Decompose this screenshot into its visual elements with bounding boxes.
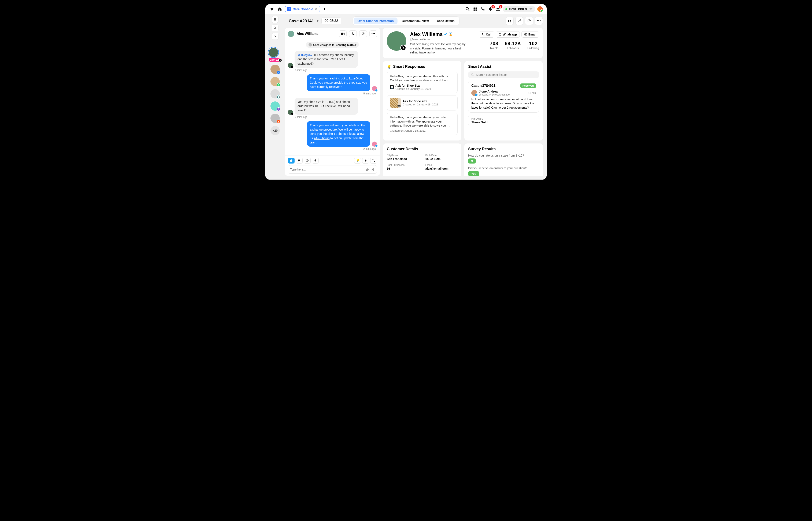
refresh-button[interactable]	[525, 17, 533, 25]
template-button[interactable]	[370, 167, 375, 172]
voice-call-button[interactable]	[349, 30, 357, 37]
message-timestamp: 2 mins ago	[295, 116, 377, 118]
notifications-button[interactable]: 8	[488, 6, 493, 12]
magic-button[interactable]	[515, 17, 523, 25]
team-button[interactable]: 8	[495, 6, 501, 12]
queue-item-1[interactable]: 𝕏 10m 32s	[269, 48, 281, 62]
tab-360[interactable]: Customer 360 View	[398, 18, 433, 24]
reddit-icon: ◉	[277, 119, 280, 123]
tab-omni[interactable]: Omni-Channel Interaction	[354, 18, 398, 24]
active-tab[interactable]: ♥ Care Console ✕	[285, 6, 320, 12]
svg-rect-18	[341, 33, 343, 35]
msg-avatar	[288, 63, 293, 68]
svg-rect-15	[510, 20, 511, 21]
expand-button[interactable]	[370, 158, 377, 163]
msg-avatar	[372, 86, 377, 91]
rail-expand-button[interactable]	[272, 33, 278, 40]
email-button[interactable]: Email	[521, 31, 539, 38]
rail-menu-button[interactable]	[272, 16, 278, 23]
team-badge: 8	[499, 5, 503, 8]
msg-avatar	[372, 141, 377, 146]
more-button[interactable]: •••	[535, 17, 543, 25]
svg-point-25	[499, 33, 501, 36]
response-item[interactable]: ▲ Ask for Shoe sizeCreated on January 18…	[387, 95, 457, 111]
search-button[interactable]	[465, 6, 470, 12]
user-avatar[interactable]	[537, 6, 543, 12]
chat-more-button[interactable]: •••	[369, 30, 377, 37]
message-bubble: Yes, my shoe size is 10 (US) and shoes I…	[295, 98, 358, 115]
sprout-button[interactable]	[362, 158, 369, 163]
subheader: Case #23141 ▾ 00:05:32 Omni-Channel Inte…	[285, 14, 547, 28]
message-row: Yes, my shoe size is 10 (US) and shoes I…	[288, 98, 377, 115]
related-case[interactable]: Case #3784921 Resolved Jione Andrea @jio…	[468, 81, 539, 113]
smart-responses-card: 💡Smart Responses Hello Alex, thank you f…	[383, 61, 462, 140]
channel-whatsapp-button[interactable]	[304, 158, 311, 163]
svg-marker-16	[510, 21, 511, 23]
svg-marker-19	[344, 33, 345, 35]
queue-item-5[interactable]: ✆	[271, 101, 280, 111]
twitter-icon	[375, 89, 378, 92]
assignee-avatar	[308, 43, 312, 46]
tab-case-details[interactable]: Case Details	[433, 18, 458, 24]
call-button[interactable]: Call	[479, 31, 494, 38]
whatsapp-icon: ✆	[277, 83, 280, 87]
wifi-icon	[529, 7, 533, 11]
message-timestamp: 5 mins ago	[288, 92, 376, 95]
image-icon: ▲	[398, 105, 401, 107]
queue-item-2[interactable]: f	[271, 65, 280, 74]
svg-rect-4	[473, 9, 475, 10]
assist-search-input[interactable]	[476, 73, 536, 76]
profile-name: Alex Williams ✔ 🏅	[410, 31, 475, 37]
rail-search-button[interactable]	[272, 24, 278, 31]
status-pill[interactable]: 15:34 PBK 3	[503, 6, 535, 12]
response-item[interactable]: Hello Alex, thank you for sharing your o…	[387, 113, 457, 135]
view-tabs: Omni-Channel Interaction Customer 360 Vi…	[353, 17, 460, 25]
case-title: Case #23141	[289, 19, 314, 23]
facebook-icon: f	[277, 71, 280, 74]
whatsapp-button[interactable]: Whatsapp	[496, 31, 520, 38]
svg-point-12	[274, 27, 276, 28]
svg-line-28	[473, 75, 474, 76]
svg-rect-2	[473, 7, 475, 9]
add-tab-button[interactable]: +	[323, 6, 326, 12]
assist-search[interactable]	[468, 71, 539, 78]
refresh-chat-button[interactable]	[359, 30, 367, 37]
message-input[interactable]	[290, 168, 365, 171]
profile-avatar: 𝕏	[387, 31, 406, 51]
attach-button[interactable]	[365, 167, 370, 172]
status-label: PBK 3	[518, 7, 527, 11]
channel-facebook-button[interactable]	[312, 158, 319, 163]
queue-more-button[interactable]: +20	[271, 126, 280, 135]
x-icon: 𝕏	[278, 58, 282, 62]
queue-item-6[interactable]: ◉	[271, 114, 280, 123]
composer: 💡	[285, 155, 380, 176]
assigned-pill: Case Assigned to Shivang Mathur	[306, 42, 359, 48]
queue-item-3[interactable]: ✆	[271, 77, 280, 86]
doc-icon: 📄	[390, 85, 394, 89]
phone-button[interactable]	[480, 6, 486, 12]
close-tab-icon[interactable]: ✕	[315, 7, 318, 11]
assigned-prefix: Case Assigned to	[313, 43, 335, 46]
assigned-to: Shivang Mathur	[336, 43, 357, 46]
case-timer: 00:05:32	[321, 18, 341, 24]
apps-button[interactable]	[472, 6, 478, 12]
chevron-down-icon[interactable]: ▾	[317, 19, 318, 23]
channel-sms-button[interactable]	[296, 158, 303, 163]
tab-label: Care Console	[293, 7, 313, 11]
queue-item-4[interactable]: 💬	[271, 89, 280, 98]
customer-details-card: Customer Details City/TownSan Francisco …	[383, 143, 462, 176]
svg-point-20	[306, 159, 308, 162]
suggest-button[interactable]: 💡	[354, 158, 361, 163]
profile-card: 𝕏 Alex Williams ✔ 🏅 @ale	[383, 28, 543, 58]
channel-twitter-button[interactable]	[288, 158, 295, 163]
viber-icon: ✆	[277, 107, 280, 111]
layout-button[interactable]	[506, 17, 514, 25]
left-rail: 𝕏 10m 32s f ✆ 💬 ✆	[265, 14, 285, 180]
response-item[interactable]: Hello Alex, thank you for sharing this w…	[387, 72, 457, 93]
home-button[interactable]	[277, 6, 283, 12]
video-call-button[interactable]	[339, 30, 347, 37]
status-time: 15:34	[509, 7, 516, 11]
message-bubble: @luxeglow Hi, I ordered my shoes recentl…	[295, 51, 358, 68]
stat-tweets: 708Tweets	[490, 41, 498, 50]
message-icon: 💬	[277, 95, 280, 99]
